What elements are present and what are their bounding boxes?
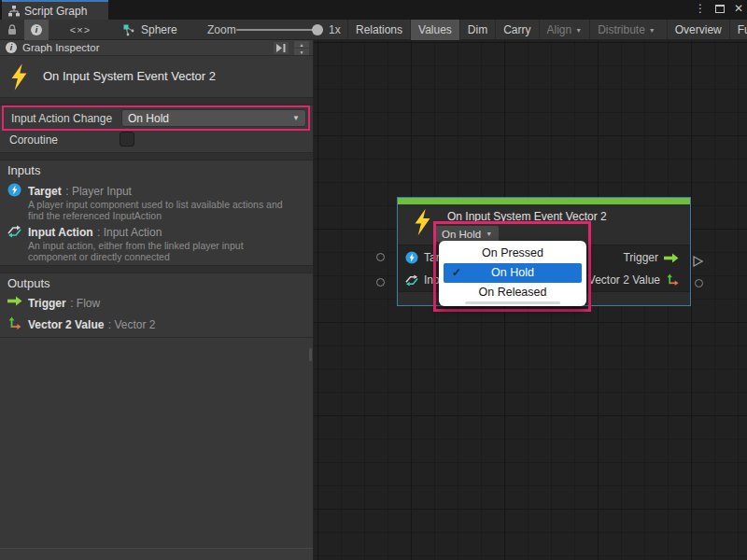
code-icon: <×> [70,24,91,35]
coroutine-label: Coroutine [9,133,58,147]
section-divider [0,152,313,161]
dock-panel-icon[interactable] [274,42,289,54]
spin-up-button[interactable]: ▲ [294,41,309,48]
toolbar-button-fullscreen[interactable]: Full Screen [729,20,747,40]
panel-spinner: ▲ ▼ [294,41,309,55]
chevron-down-icon: ▼ [649,27,655,34]
graph-name-label: Sphere [141,23,177,36]
outputs-heading: Outputs [7,276,50,290]
input-target-desc: A player input component used to list av… [28,199,313,221]
coroutine-checkbox[interactable] [120,132,134,147]
inspector-toggle-button[interactable]: i [24,20,49,40]
coroutine-row: Coroutine [0,132,313,150]
node-input-port-input-action[interactable] [376,278,385,287]
lock-icon [7,24,17,35]
vector2-icon [666,273,679,287]
window-menu-icon[interactable]: ⋮ [695,2,706,15]
chevron-down-icon: ▼ [292,114,300,122]
node-input-port-target[interactable] [376,253,385,261]
tab-title: Script Graph [24,5,87,18]
event-type-dropdown-menu: On Pressed ✓ On Hold On Released [439,241,586,306]
input-action-desc: An input action, either from the linked … [28,240,313,262]
zoom-value: 1x [329,20,341,40]
inspector-scrollbar-thumb[interactable] [309,348,312,361]
toolbar-button-distribute[interactable]: Distribute▼ [589,20,663,40]
graph-breadcrumb[interactable]: Sphere [123,20,177,40]
input-action-change-row-highlight: Input Action Change On Hold ▼ [2,105,310,131]
inputs-heading: Inputs [7,163,40,177]
menu-item-on-hold[interactable]: ✓ On Hold [444,263,582,283]
inspector-header: i Graph Inspector ▲ ▼ [0,40,313,56]
input-item-target: Target : Player Input A player input com… [0,182,313,221]
input-action-change-label: Input Action Change [11,112,112,125]
graph-tab-icon [8,6,20,17]
toolbar-button-align[interactable]: Align▼ [539,20,590,40]
toolbar-button-dim[interactable]: Dim [459,20,495,40]
inspected-node-title: On Input System Event Vector 2 [43,69,216,83]
tab-script-graph[interactable]: Script Graph [2,0,108,20]
code-view-button[interactable]: <×> [60,20,101,40]
flow-arrow-icon [7,296,21,310]
node-output-port-vector2[interactable] [695,279,703,287]
input-item-input-action: Input Action : Input Action An input act… [0,223,313,262]
node-output-port-trigger[interactable] [693,256,703,267]
toolbar-button-relations[interactable]: Relations [347,20,410,40]
menu-item-on-pressed[interactable]: On Pressed [439,244,586,263]
event-bolt-icon [414,208,431,236]
inspector-title: Graph Inspector [22,42,99,53]
zoom-slider-knob[interactable] [312,24,323,35]
input-action-change-dropdown[interactable]: On Hold ▼ [121,109,306,127]
check-icon: ✓ [452,263,461,283]
window-maximize-icon[interactable] [715,5,725,13]
toolbar-button-carry[interactable]: Carry [495,20,538,40]
player-input-icon [7,183,21,197]
section-divider [0,97,313,105]
graph-inspector-panel: i Graph Inspector ▲ ▼ On Input System Ev… [0,40,314,560]
inspector-footer [0,548,313,560]
flow-arrow-icon [664,253,679,263]
spin-down-button[interactable]: ▼ [294,49,309,55]
event-node-color-strip [398,198,690,204]
menu-item-on-released[interactable]: On Released [439,283,586,302]
script-graph-icon [123,24,135,36]
inspected-node-title-block: On Input System Event Vector 2 [0,56,313,97]
output-item-vector2: Vector 2 Value : Vector 2 [0,315,313,332]
divider-line [0,337,313,338]
info-icon: i [6,42,17,53]
window-close-icon[interactable]: ✕ [734,2,743,15]
input-action-icon [7,224,21,238]
title-bar: Script Graph ⋮ ✕ [0,0,747,20]
graph-canvas[interactable]: On Input System Event Vector 2 On Hold ▼… [314,40,747,560]
menu-scroll-hint [465,301,560,304]
lock-button[interactable] [2,20,22,40]
output-item-trigger: Trigger : Flow [0,294,313,311]
zoom-label: Zoom [207,20,236,40]
toolbar-button-values[interactable]: Values [410,20,459,40]
vector2-icon [7,316,21,330]
info-icon: i [31,24,42,35]
toolbar: i <×> Sphere Zoom 1x Relations Values Di… [0,20,747,40]
zoom-slider-track[interactable] [236,29,320,31]
section-divider [0,265,313,273]
toolbar-button-overview[interactable]: Overview [667,20,729,40]
event-bolt-icon [10,63,28,91]
chevron-down-icon: ▼ [575,27,582,34]
